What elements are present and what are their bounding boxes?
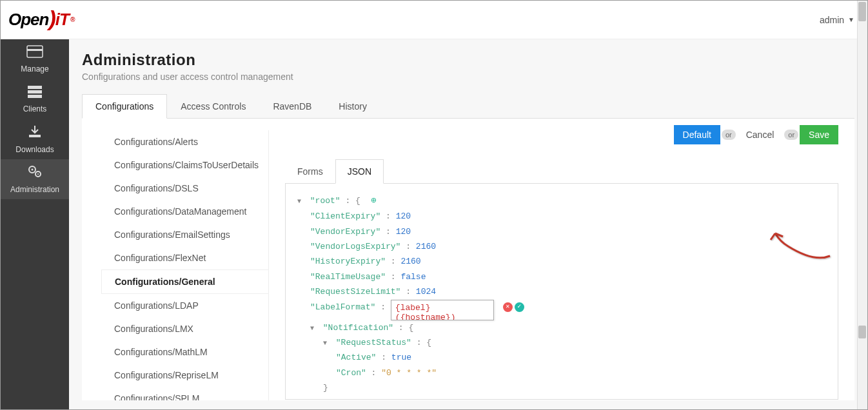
logo-paren: ) (48, 6, 55, 31)
tab-configurations[interactable]: Configurations (82, 94, 167, 119)
json-key[interactable]: "ClientExpiry" (310, 211, 380, 221)
default-button[interactable]: Default (674, 125, 720, 144)
download-icon (28, 124, 42, 142)
json-key[interactable]: "Cron" (336, 368, 366, 378)
label-format-input[interactable] (391, 300, 494, 320)
sidebar-item-label: Manage (21, 64, 48, 73)
json-value[interactable]: 120 (396, 227, 411, 237)
logo-reg: ® (70, 16, 74, 23)
json-key[interactable]: "RealTimeUsage" (310, 272, 386, 282)
json-value[interactable]: "0 * * * *" (381, 368, 437, 378)
config-item-splm[interactable]: Configurations/SPLM (101, 387, 268, 400)
json-value[interactable]: 2160 (400, 257, 420, 266)
config-item-claims[interactable]: Configurations/ClaimsToUserDetails (101, 153, 268, 177)
json-value[interactable]: 1024 (416, 287, 436, 297)
gears-icon (27, 164, 43, 182)
cancel-button[interactable]: Cancel (737, 125, 784, 144)
config-item-flexnet[interactable]: Configurations/FlexNet (101, 246, 268, 269)
collapse-toggle-icon[interactable]: ▼ (310, 323, 318, 335)
config-item-lmx[interactable]: Configurations/LMX (101, 317, 268, 340)
cancel-edit-icon[interactable]: ✕ (503, 302, 513, 312)
page-title: Administration (82, 51, 854, 69)
config-item-mathlm[interactable]: Configurations/MathLM (101, 340, 268, 364)
json-key-root[interactable]: "root" (310, 196, 340, 206)
json-brace: } (310, 398, 315, 400)
svg-rect-5 (29, 135, 41, 137)
svg-rect-2 (28, 86, 42, 89)
action-bar: Default or Cancel or Save (674, 125, 838, 144)
page-subtitle: Configurations and user access control m… (82, 72, 854, 82)
tabs: Configurations Access Controls RavenDB H… (82, 93, 854, 119)
user-menu[interactable]: admin ▼ (820, 15, 854, 25)
json-value[interactable]: false (400, 272, 426, 282)
json-key-reqstatus[interactable]: "RequestStatus" (336, 338, 411, 347)
tab-ravendb[interactable]: RavenDB (259, 94, 325, 119)
json-key[interactable]: "Active" (336, 353, 376, 362)
config-item-replm[interactable]: Configurations/RepriseLM (101, 364, 268, 387)
config-item-general[interactable]: Configurations/General (101, 269, 269, 294)
sidebar-item-administration[interactable]: Administration (1, 159, 69, 199)
svg-point-9 (37, 173, 39, 175)
json-value[interactable]: 2160 (416, 242, 436, 251)
json-editor[interactable]: ▼ "root" : { ⊕ "ClientExpiry" : 120 "Ven… (285, 184, 838, 400)
scrollbar-thumb[interactable] (858, 2, 866, 21)
json-value[interactable]: 120 (396, 211, 411, 221)
sidebar-item-clients[interactable]: Clients (1, 79, 69, 119)
sidebar: Manage Clients Downloads Administration (1, 39, 69, 409)
svg-rect-3 (28, 90, 42, 93)
user-name: admin (820, 15, 844, 25)
chevron-down-icon: ▼ (848, 16, 854, 23)
json-brace: } (323, 383, 328, 393)
json-key[interactable]: "VendorLogsExpiry" (310, 242, 400, 251)
subtab-forms[interactable]: Forms (285, 159, 335, 184)
json-key[interactable]: "RequestSizeLimit" (310, 287, 400, 297)
logo-open: Open (8, 10, 48, 30)
sidebar-item-manage[interactable]: Manage (1, 39, 69, 79)
sidebar-item-label: Administration (10, 185, 59, 194)
save-button[interactable]: Save (800, 125, 838, 144)
or-separator: or (784, 130, 798, 140)
scrollbar[interactable] (857, 1, 867, 409)
logo: Open)iT® (8, 7, 74, 33)
collapse-toggle-icon[interactable]: ▼ (323, 338, 331, 349)
config-list: Configurations/Alerts Configurations/Cla… (82, 130, 269, 400)
json-value[interactable]: true (391, 353, 411, 362)
json-key-notification[interactable]: "Notification" (323, 323, 393, 333)
add-icon[interactable]: ⊕ (366, 195, 377, 206)
sub-tabs: Forms JSON (285, 159, 838, 184)
subtab-json[interactable]: JSON (335, 159, 384, 184)
svg-rect-1 (27, 49, 43, 51)
confirm-edit-icon[interactable]: ✓ (515, 302, 524, 312)
config-item-dsls[interactable]: Configurations/DSLS (101, 177, 268, 200)
scrollbar-thumb[interactable] (858, 326, 866, 338)
config-item-ldap[interactable]: Configurations/LDAP (101, 294, 268, 317)
or-separator: or (722, 130, 736, 140)
tab-access-controls[interactable]: Access Controls (167, 94, 259, 119)
sidebar-item-downloads[interactable]: Downloads (1, 119, 69, 159)
logo-it: iT (55, 10, 69, 30)
tab-history[interactable]: History (325, 94, 380, 119)
config-item-datamgmt[interactable]: Configurations/DataManagement (101, 200, 268, 223)
sidebar-item-label: Clients (23, 104, 47, 113)
sidebar-item-label: Downloads (15, 145, 54, 154)
card-icon (26, 45, 43, 62)
collapse-toggle-icon[interactable]: ▼ (297, 196, 305, 208)
json-key[interactable]: "HistoryExpiry" (310, 257, 386, 266)
json-key-labelformat[interactable]: "LabelFormat" (310, 302, 375, 312)
json-key[interactable]: "VendorExpiry" (310, 227, 380, 237)
config-item-email[interactable]: Configurations/EmailSettings (101, 223, 268, 246)
svg-point-7 (32, 169, 34, 171)
svg-rect-0 (27, 46, 43, 57)
config-item-alerts[interactable]: Configurations/Alerts (101, 130, 268, 153)
server-icon (27, 85, 43, 102)
svg-rect-4 (28, 95, 42, 98)
